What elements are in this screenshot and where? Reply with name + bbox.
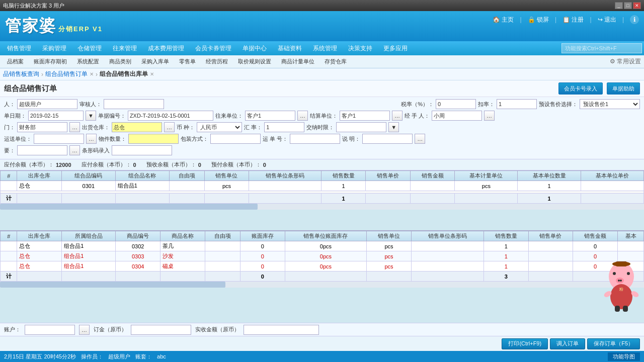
transport-input[interactable] bbox=[34, 134, 84, 144]
menu-more[interactable]: 更多应用 bbox=[378, 43, 413, 54]
toolbar-purchase-receipt[interactable]: 采购入库单 bbox=[137, 57, 173, 66]
to-unit-input[interactable] bbox=[245, 111, 295, 121]
maximize-button[interactable]: □ bbox=[624, 2, 632, 9]
svg-point-4 bbox=[618, 280, 620, 282]
import-order-button[interactable]: 调入订单 bbox=[550, 338, 585, 349]
titlebar-controls[interactable]: _ □ ✕ bbox=[615, 2, 641, 9]
shipment-input[interactable] bbox=[290, 134, 340, 144]
member-card-button[interactable]: 会员卡号录入 bbox=[558, 82, 603, 95]
note-search-button[interactable]: … bbox=[415, 134, 425, 144]
peppa-character: 粉 bbox=[599, 261, 644, 312]
time-picker-button[interactable]: ▼ bbox=[388, 122, 399, 132]
date-input[interactable] bbox=[28, 111, 84, 121]
barcode-input[interactable] bbox=[112, 145, 172, 155]
menu-sales[interactable]: 销售管理 bbox=[2, 43, 36, 54]
toolbar-sys-config[interactable]: 系统配置 bbox=[73, 57, 103, 66]
form-row-1: 人： 审核人： 税率（%）： 扣率： 预设售价选择： 预设售价1 bbox=[4, 99, 640, 109]
lock-link[interactable]: 🔒 锁屏 bbox=[528, 16, 549, 24]
help-button[interactable]: 单据助助 bbox=[607, 82, 640, 95]
summary-receivable: 应付余额（本币）： 0 bbox=[82, 161, 136, 168]
breadcrumb-item-1[interactable]: 品销售板查询 bbox=[3, 70, 39, 78]
breadcrumb-item-2[interactable]: 组合品销售订单 bbox=[45, 70, 88, 78]
menu-cost[interactable]: 成本费用管理 bbox=[143, 43, 189, 54]
bottom-table-scrollbar[interactable] bbox=[0, 282, 644, 288]
settle-search-button[interactable]: … bbox=[392, 111, 403, 121]
account-search-button[interactable]: … bbox=[79, 325, 90, 335]
parts-input[interactable] bbox=[128, 134, 179, 144]
svg-point-5 bbox=[620, 280, 622, 282]
user-input[interactable] bbox=[17, 99, 77, 109]
toolbar-price-rules[interactable]: 取价规则设置 bbox=[234, 57, 275, 66]
info-link[interactable]: ℹ bbox=[630, 15, 639, 24]
table-row[interactable]: 总仓 0301 组合品1 pcs 1 pcs 1 bbox=[1, 181, 644, 191]
home-link[interactable]: 🏠 主页 bbox=[493, 16, 514, 24]
logout-link[interactable]: ↪ 退出 bbox=[598, 16, 616, 24]
titlebar-left: 电脑行业解决方案 3 用户 bbox=[3, 2, 64, 10]
account-label: 账套： bbox=[135, 353, 152, 360]
toolbar-retail[interactable]: 零售单 bbox=[175, 57, 200, 66]
menu-purchase[interactable]: 采购管理 bbox=[37, 43, 71, 54]
exchange-input[interactable] bbox=[264, 122, 304, 132]
tax-input[interactable] bbox=[436, 99, 476, 109]
account-input[interactable] bbox=[25, 325, 75, 335]
settle-input[interactable] bbox=[340, 111, 390, 121]
order-no-input[interactable] bbox=[128, 111, 213, 121]
table-row[interactable]: 总仓 组合品1 0303 沙发 0 0pcs pcs 1 0 bbox=[1, 251, 644, 261]
manager-input[interactable] bbox=[432, 111, 482, 121]
menu-member[interactable]: 会员卡券管理 bbox=[190, 43, 236, 54]
transport-search-button[interactable]: … bbox=[86, 134, 97, 144]
print-button[interactable]: 打印(Ctrl+F9) bbox=[502, 338, 548, 349]
toolbar-history[interactable]: 经营历程 bbox=[202, 57, 232, 66]
dept-search-button[interactable]: … bbox=[69, 122, 80, 132]
toolbar-product-category[interactable]: 商品类别 bbox=[105, 57, 135, 66]
warehouse-search-button[interactable]: … bbox=[164, 122, 175, 132]
toolbar-account-stock[interactable]: 账面库存期初 bbox=[30, 57, 71, 66]
date-picker-button[interactable]: ▼ bbox=[86, 111, 96, 121]
currency-select[interactable]: 人民币 bbox=[197, 122, 242, 132]
needs-search-button[interactable]: … bbox=[69, 145, 80, 155]
discount-input[interactable] bbox=[497, 99, 537, 109]
warehouse-input[interactable] bbox=[112, 122, 162, 132]
top-table-scrollbar[interactable] bbox=[0, 204, 644, 210]
toolbar-warehouse[interactable]: 存货仓库 bbox=[320, 57, 351, 66]
needs-input[interactable] bbox=[17, 145, 67, 155]
menu-system[interactable]: 系统管理 bbox=[308, 43, 342, 54]
package-input[interactable] bbox=[210, 134, 261, 144]
time-input[interactable] bbox=[336, 122, 386, 132]
menu-transactions[interactable]: 往来管理 bbox=[108, 43, 142, 54]
menu-voucher[interactable]: 单据中心 bbox=[237, 43, 272, 54]
barcode-label: 条形码录入 bbox=[82, 147, 110, 154]
main-menubar: 销售管理 采购管理 仓储管理 往来管理 成本费用管理 会员卡券管理 单据中心 基… bbox=[0, 41, 644, 55]
table-row[interactable]: 总仓 组合品1 0304 磁桌 0 0pcs pcs 1 0 bbox=[1, 261, 644, 272]
table-row[interactable]: 总仓 组合品1 0302 茶几 0 0pcs pcs 1 0 bbox=[1, 241, 644, 251]
manager-search-button[interactable]: … bbox=[484, 111, 495, 121]
register-link[interactable]: 📋 注册 bbox=[562, 16, 584, 24]
to-unit-search-button[interactable]: … bbox=[297, 111, 308, 121]
help-map-button[interactable]: 功能导图 bbox=[608, 352, 640, 361]
svg-point-7 bbox=[627, 272, 630, 275]
menu-warehouse[interactable]: 仓储管理 bbox=[72, 43, 107, 54]
close-button[interactable]: ✕ bbox=[633, 2, 641, 9]
breadcrumb-close-2[interactable]: ✕ bbox=[90, 71, 94, 77]
needs-label: 要： bbox=[4, 147, 15, 154]
menu-decision[interactable]: 决策支持 bbox=[343, 43, 377, 54]
b-col-num: # bbox=[1, 231, 17, 241]
toolbar-product-archive[interactable]: 品档案 bbox=[3, 57, 28, 66]
dept-input[interactable] bbox=[17, 122, 67, 132]
breadcrumb-close-3[interactable]: ✕ bbox=[150, 71, 154, 77]
menu-basic[interactable]: 基础资料 bbox=[273, 43, 307, 54]
price-select[interactable]: 预设售价1 bbox=[580, 99, 640, 109]
function-search-input[interactable] bbox=[561, 43, 642, 53]
settings-icon[interactable]: ⚙ 常用设置 bbox=[610, 57, 641, 66]
bottom-table-total-row: 计 0 3 bbox=[1, 272, 644, 282]
auditor-input[interactable] bbox=[104, 99, 164, 109]
toolbar-uom[interactable]: 商品计量单位 bbox=[277, 57, 318, 66]
received-input[interactable] bbox=[244, 325, 319, 335]
status-date: 2月15日 星期五 20时45分2秒 bbox=[4, 353, 76, 360]
form-row-2: 单日期： ▼ 单据编号： 往来单位： … 结算单位： … 经 手 人： … bbox=[4, 111, 640, 121]
minimize-button[interactable]: _ bbox=[615, 2, 623, 9]
b-col-sales-price: 销售单价 bbox=[528, 231, 573, 241]
order-deposit-input[interactable] bbox=[131, 325, 191, 335]
note-input[interactable] bbox=[362, 134, 413, 144]
save-order-button[interactable]: 保存订单（F5） bbox=[587, 338, 640, 349]
